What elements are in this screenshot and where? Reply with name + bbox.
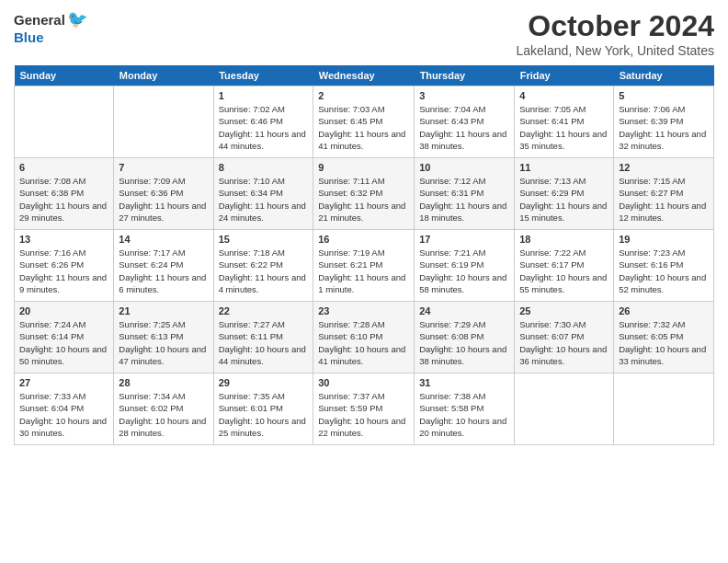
day-number: 15 <box>219 234 309 245</box>
calendar-cell: 23Sunrise: 7:28 AMSunset: 6:10 PMDayligh… <box>313 302 415 373</box>
day-info: Sunrise: 7:13 AMSunset: 6:29 PMDaylight:… <box>519 175 609 224</box>
calendar-cell <box>614 373 714 445</box>
day-info: Sunrise: 7:06 AMSunset: 6:39 PMDaylight:… <box>619 103 709 152</box>
header-tuesday: Tuesday <box>213 65 313 86</box>
logo: General 🐦 Blue <box>14 9 87 45</box>
calendar-container: General 🐦 Blue October 2024 Lakeland, Ne… <box>0 0 728 454</box>
calendar-cell: 5Sunrise: 7:06 AMSunset: 6:39 PMDaylight… <box>614 86 714 158</box>
day-info: Sunrise: 7:17 AMSunset: 6:24 PMDaylight:… <box>119 247 208 295</box>
day-info: Sunrise: 7:05 AMSunset: 6:41 PMDaylight:… <box>519 103 609 152</box>
calendar-cell: 2Sunrise: 7:03 AMSunset: 6:45 PMDaylight… <box>313 86 415 158</box>
day-number: 25 <box>519 305 609 316</box>
calendar-cell: 11Sunrise: 7:13 AMSunset: 6:29 PMDayligh… <box>515 158 614 230</box>
day-info: Sunrise: 7:21 AMSunset: 6:19 PMDaylight:… <box>419 247 509 295</box>
calendar-cell: 14Sunrise: 7:17 AMSunset: 6:24 PMDayligh… <box>114 230 213 302</box>
calendar-cell: 29Sunrise: 7:35 AMSunset: 6:01 PMDayligh… <box>213 373 313 445</box>
calendar-cell: 25Sunrise: 7:30 AMSunset: 6:07 PMDayligh… <box>515 302 614 373</box>
day-number: 21 <box>119 305 208 316</box>
calendar-cell: 28Sunrise: 7:34 AMSunset: 6:02 PMDayligh… <box>114 373 213 445</box>
day-info: Sunrise: 7:19 AMSunset: 6:21 PMDaylight:… <box>318 247 409 295</box>
calendar-cell: 17Sunrise: 7:21 AMSunset: 6:19 PMDayligh… <box>415 230 515 302</box>
day-info: Sunrise: 7:18 AMSunset: 6:22 PMDaylight:… <box>219 247 309 295</box>
calendar-cell: 21Sunrise: 7:25 AMSunset: 6:13 PMDayligh… <box>114 302 213 373</box>
day-info: Sunrise: 7:04 AMSunset: 6:43 PMDaylight:… <box>419 103 509 152</box>
calendar-table: SundayMondayTuesdayWednesdayThursdayFrid… <box>14 65 714 445</box>
calendar-cell: 8Sunrise: 7:10 AMSunset: 6:34 PMDaylight… <box>213 158 313 230</box>
logo-bird-icon: 🐦 <box>67 9 87 29</box>
calendar-cell: 9Sunrise: 7:11 AMSunset: 6:32 PMDaylight… <box>313 158 415 230</box>
day-number: 27 <box>19 377 108 388</box>
day-number: 12 <box>619 162 709 173</box>
day-info: Sunrise: 7:16 AMSunset: 6:26 PMDaylight:… <box>19 247 108 295</box>
calendar-cell: 6Sunrise: 7:08 AMSunset: 6:38 PMDaylight… <box>15 158 114 230</box>
calendar-cell: 18Sunrise: 7:22 AMSunset: 6:17 PMDayligh… <box>515 230 614 302</box>
day-info: Sunrise: 7:32 AMSunset: 6:05 PMDaylight:… <box>619 318 709 367</box>
day-info: Sunrise: 7:10 AMSunset: 6:34 PMDaylight:… <box>219 175 309 224</box>
day-info: Sunrise: 7:28 AMSunset: 6:10 PMDaylight:… <box>318 318 409 367</box>
day-number: 5 <box>619 90 709 101</box>
location: Lakeland, New York, United States <box>516 43 714 58</box>
day-number: 10 <box>419 162 509 173</box>
day-number: 30 <box>318 377 409 388</box>
day-number: 7 <box>119 162 208 173</box>
day-info: Sunrise: 7:35 AMSunset: 6:01 PMDaylight:… <box>219 390 309 439</box>
calendar-cell: 13Sunrise: 7:16 AMSunset: 6:26 PMDayligh… <box>15 230 114 302</box>
day-info: Sunrise: 7:38 AMSunset: 5:58 PMDaylight:… <box>419 390 509 439</box>
header-wednesday: Wednesday <box>313 65 415 86</box>
day-number: 18 <box>519 234 609 245</box>
day-info: Sunrise: 7:15 AMSunset: 6:27 PMDaylight:… <box>619 175 709 224</box>
calendar-cell: 30Sunrise: 7:37 AMSunset: 5:59 PMDayligh… <box>313 373 415 445</box>
day-number: 20 <box>19 305 108 316</box>
day-number: 28 <box>119 377 208 388</box>
day-info: Sunrise: 7:37 AMSunset: 5:59 PMDaylight:… <box>318 390 409 439</box>
day-number: 6 <box>19 162 108 173</box>
day-number: 14 <box>119 234 208 245</box>
calendar-cell <box>515 373 614 445</box>
day-info: Sunrise: 7:02 AMSunset: 6:46 PMDaylight:… <box>219 103 309 152</box>
header-saturday: Saturday <box>614 65 714 86</box>
day-info: Sunrise: 7:29 AMSunset: 6:08 PMDaylight:… <box>419 318 509 367</box>
week-row-1: 1Sunrise: 7:02 AMSunset: 6:46 PMDaylight… <box>15 86 714 158</box>
day-info: Sunrise: 7:23 AMSunset: 6:16 PMDaylight:… <box>619 247 709 295</box>
logo-general: General <box>14 12 65 28</box>
day-number: 9 <box>318 162 409 173</box>
calendar-cell: 24Sunrise: 7:29 AMSunset: 6:08 PMDayligh… <box>415 302 515 373</box>
day-number: 26 <box>619 305 709 316</box>
day-info: Sunrise: 7:22 AMSunset: 6:17 PMDaylight:… <box>519 247 609 295</box>
header-area: General 🐦 Blue October 2024 Lakeland, Ne… <box>14 9 714 58</box>
calendar-cell: 22Sunrise: 7:27 AMSunset: 6:11 PMDayligh… <box>213 302 313 373</box>
calendar-cell: 4Sunrise: 7:05 AMSunset: 6:41 PMDaylight… <box>515 86 614 158</box>
day-number: 1 <box>219 90 309 101</box>
day-number: 31 <box>419 377 509 388</box>
day-info: Sunrise: 7:25 AMSunset: 6:13 PMDaylight:… <box>119 318 208 367</box>
day-number: 13 <box>19 234 108 245</box>
day-number: 11 <box>519 162 609 173</box>
calendar-cell: 26Sunrise: 7:32 AMSunset: 6:05 PMDayligh… <box>614 302 714 373</box>
day-number: 17 <box>419 234 509 245</box>
day-info: Sunrise: 7:12 AMSunset: 6:31 PMDaylight:… <box>419 175 509 224</box>
day-number: 23 <box>318 305 409 316</box>
day-number: 2 <box>318 90 409 101</box>
day-info: Sunrise: 7:03 AMSunset: 6:45 PMDaylight:… <box>318 103 409 152</box>
day-number: 19 <box>619 234 709 245</box>
day-info: Sunrise: 7:27 AMSunset: 6:11 PMDaylight:… <box>219 318 309 367</box>
day-info: Sunrise: 7:33 AMSunset: 6:04 PMDaylight:… <box>19 390 108 439</box>
calendar-cell: 10Sunrise: 7:12 AMSunset: 6:31 PMDayligh… <box>415 158 515 230</box>
week-row-5: 27Sunrise: 7:33 AMSunset: 6:04 PMDayligh… <box>15 373 714 445</box>
day-number: 4 <box>519 90 609 101</box>
calendar-cell: 27Sunrise: 7:33 AMSunset: 6:04 PMDayligh… <box>15 373 114 445</box>
calendar-cell: 16Sunrise: 7:19 AMSunset: 6:21 PMDayligh… <box>313 230 415 302</box>
calendar-cell <box>15 86 114 158</box>
day-number: 24 <box>419 305 509 316</box>
day-info: Sunrise: 7:11 AMSunset: 6:32 PMDaylight:… <box>318 175 409 224</box>
calendar-cell: 3Sunrise: 7:04 AMSunset: 6:43 PMDaylight… <box>415 86 515 158</box>
header-thursday: Thursday <box>415 65 515 86</box>
title-area: October 2024 Lakeland, New York, United … <box>516 9 714 58</box>
header-monday: Monday <box>114 65 213 86</box>
header-row: SundayMondayTuesdayWednesdayThursdayFrid… <box>15 65 714 86</box>
day-number: 16 <box>318 234 409 245</box>
calendar-cell <box>114 86 213 158</box>
calendar-cell: 15Sunrise: 7:18 AMSunset: 6:22 PMDayligh… <box>213 230 313 302</box>
day-info: Sunrise: 7:09 AMSunset: 6:36 PMDaylight:… <box>119 175 208 224</box>
calendar-cell: 20Sunrise: 7:24 AMSunset: 6:14 PMDayligh… <box>15 302 114 373</box>
